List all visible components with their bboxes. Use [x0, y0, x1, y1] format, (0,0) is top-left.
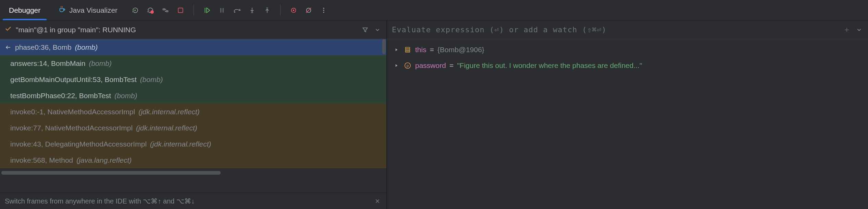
frame-module: (bomb) [75, 43, 98, 51]
frames-scrollbar-vertical[interactable] [382, 39, 386, 193]
rerun-failed-icon[interactable] [146, 6, 154, 14]
svg-rect-1 [178, 8, 183, 12]
debugger-toolbar: Debugger Java Visualizer [0, 0, 868, 21]
frame-row[interactable]: invoke:77, NativeMethodAccessorImpl (jdk… [0, 120, 386, 136]
evaluate-row [387, 21, 868, 39]
svg-rect-3 [223, 8, 224, 12]
frame-method: answers:14, BombMain [10, 59, 85, 68]
svg-text:p: p [407, 63, 409, 68]
toolbar-separator [194, 5, 194, 16]
toolbar-separator [280, 5, 281, 16]
frame-method: invoke0:-1, NativeMethodAccessorImpl [10, 108, 135, 116]
svg-point-0 [150, 10, 154, 14]
frames-scrollbar-horizontal[interactable] [1, 171, 221, 175]
frame-module: (bomb) [114, 92, 137, 100]
frame-row[interactable]: testBombPhase0:22, BombTest (bomb) [0, 88, 386, 104]
step-over-icon[interactable] [233, 6, 241, 14]
expand-icon[interactable] [394, 46, 400, 54]
mute-breakpoints-icon[interactable] [305, 6, 313, 14]
variable-value: {Bomb@1906} [437, 46, 484, 54]
rerun-icon[interactable] [131, 6, 139, 14]
scrollbar-thumb[interactable] [382, 39, 386, 54]
equals-sign: = [449, 61, 454, 70]
frame-method: invoke:568, Method [10, 156, 73, 164]
equals-sign: = [430, 46, 434, 54]
frame-row[interactable]: getBombMainOutputUntil:53, BombTest (bom… [0, 71, 386, 88]
variable-name: this [415, 46, 426, 54]
toolbar-actions [131, 5, 328, 16]
variable-name: password [415, 61, 446, 70]
expand-icon[interactable] [394, 61, 400, 70]
svg-rect-6 [266, 8, 268, 8]
frames-list[interactable]: phase0:36, Bomb (bomb) answers:14, BombM… [0, 39, 386, 193]
add-watch-icon[interactable] [843, 26, 851, 34]
svg-rect-2 [220, 8, 221, 12]
frame-row[interactable]: invoke0:-1, NativeMethodAccessorImpl (jd… [0, 104, 386, 120]
variables-pane: this = {Bomb@1906} p password = "Figure … [387, 21, 868, 209]
tab-debugger-label: Debugger [9, 6, 40, 14]
object-icon [404, 46, 412, 54]
step-into-icon[interactable] [248, 6, 256, 14]
svg-point-11 [323, 8, 324, 9]
tab-java-visualizer-label: Java Visualizer [69, 6, 117, 14]
coffee-icon [58, 5, 66, 15]
svg-rect-5 [251, 12, 253, 13]
evaluate-input[interactable] [392, 25, 839, 34]
frame-module: (jdk.internal.reflect) [138, 108, 200, 116]
toggle-layout-icon[interactable] [161, 6, 170, 14]
frame-method: invoke:43, DelegatingMethodAccessorImpl [10, 140, 147, 148]
view-breakpoints-icon[interactable] [289, 6, 298, 14]
more-icon[interactable] [320, 6, 328, 14]
svg-point-13 [323, 12, 324, 13]
variable-row-this[interactable]: this = {Bomb@1906} [390, 42, 865, 58]
chevron-down-icon[interactable] [373, 26, 382, 34]
variable-row-password[interactable]: p password = "Figure this out. I wonder … [390, 58, 865, 73]
frame-row[interactable]: invoke:568, Method (java.lang.reflect) [0, 152, 386, 168]
parameter-icon: p [404, 61, 412, 70]
frame-row[interactable]: answers:14, BombMain (bomb) [0, 55, 386, 71]
drop-frame-icon[interactable] [5, 44, 12, 50]
variable-value: "Figure this out. I wonder where the pha… [457, 61, 642, 70]
frame-module: (java.lang.reflect) [76, 156, 132, 164]
frame-method: getBombMainOutputUntil:53, BombTest [10, 76, 137, 84]
stop-icon[interactable] [176, 6, 185, 14]
svg-rect-15 [406, 49, 410, 51]
svg-rect-16 [406, 51, 410, 53]
svg-rect-14 [406, 47, 410, 49]
thread-header[interactable]: "main"@1 in group "main": RUNNING [0, 21, 386, 39]
tool-tabs: Debugger Java Visualizer [0, 0, 126, 20]
frame-module: (bomb) [89, 59, 112, 68]
svg-point-8 [293, 9, 295, 11]
frame-module: (jdk.internal.reflect) [150, 140, 211, 148]
frame-method: phase0:36, Bomb [15, 43, 72, 51]
variables-tree[interactable]: this = {Bomb@1906} p password = "Figure … [387, 39, 868, 76]
pause-icon[interactable] [218, 6, 226, 14]
frame-module: (jdk.internal.reflect) [136, 124, 197, 132]
frames-hint-text: Switch frames from anywhere in the IDE w… [5, 197, 195, 205]
svg-point-4 [234, 11, 235, 12]
frames-pane: "main"@1 in group "main": RUNNING phase0… [0, 21, 387, 209]
tab-java-visualizer[interactable]: Java Visualizer [49, 0, 126, 20]
frame-method: invoke:77, NativeMethodAccessorImpl [10, 124, 133, 132]
svg-point-12 [323, 10, 324, 11]
tab-debugger[interactable]: Debugger [0, 0, 49, 20]
resume-icon[interactable] [203, 6, 211, 14]
chevron-down-icon[interactable] [855, 26, 863, 34]
step-out-icon[interactable] [263, 6, 271, 14]
frame-row[interactable]: phase0:36, Bomb (bomb) [0, 39, 386, 55]
frame-module: (bomb) [140, 76, 163, 84]
frames-hint-bar: Switch frames from anywhere in the IDE w… [0, 193, 386, 209]
frame-method: testBombPhase0:22, BombTest [10, 92, 111, 100]
thread-status-label: "main"@1 in group "main": RUNNING [16, 26, 357, 34]
filter-icon[interactable] [361, 26, 369, 34]
check-icon [5, 25, 12, 34]
close-icon[interactable] [373, 197, 382, 205]
frame-row[interactable]: invoke:43, DelegatingMethodAccessorImpl … [0, 136, 386, 152]
